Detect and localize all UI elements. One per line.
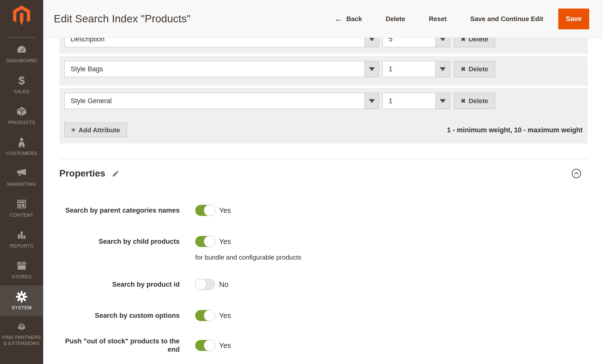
toggle-knob	[204, 236, 215, 247]
row-gap	[59, 54, 588, 56]
sidebar-item-dashboard[interactable]: DASHBOARD	[0, 38, 43, 69]
add-attribute-button[interactable]: + Add Attribute	[64, 123, 127, 137]
brick-icon	[16, 321, 27, 332]
weight-select-value: 1	[389, 93, 434, 109]
bar-chart-icon	[16, 229, 27, 241]
field-push-out-of-stock: Push "out of stock" products to the end …	[59, 337, 588, 354]
layout-icon	[16, 198, 27, 210]
edit-pencil-icon[interactable]	[112, 170, 120, 177]
dashboard-gauge-icon	[16, 44, 27, 55]
save-button[interactable]: Save	[558, 9, 589, 29]
magento-logo[interactable]	[0, 0, 43, 38]
storefront-icon	[16, 260, 27, 272]
delete-attribute-button[interactable]: ✖ Delete	[454, 93, 495, 109]
sidebar-item-label: CUSTOMERS	[6, 150, 37, 156]
toggle-knob	[204, 310, 215, 321]
sidebar-item-sales[interactable]: $ SALES	[0, 69, 43, 100]
admin-sidebar: DASHBOARD $ SALES PRODUCTS	[0, 0, 43, 364]
x-icon: ✖	[461, 98, 466, 104]
toggle-switch[interactable]	[195, 340, 215, 351]
weight-select[interactable]: 1	[382, 93, 450, 109]
weight-select-value: 1	[389, 61, 434, 77]
field-search-by-product-id: Search by product id No	[59, 279, 588, 290]
attribute-row: Description 5 ✖ Delete	[59, 38, 588, 54]
toggle-switch[interactable]	[195, 236, 215, 247]
back-arrow-icon: ←	[335, 16, 343, 22]
attribute-select-value: Description	[71, 38, 364, 47]
toggle-switch[interactable]	[195, 310, 215, 321]
toggle-value: Yes	[219, 237, 231, 246]
attribute-row: Style General 1 ✖ Delete + Add Attribute…	[59, 88, 588, 143]
toggle-knob	[204, 340, 215, 351]
toggle-switch[interactable]	[195, 205, 215, 216]
toggle-value: No	[219, 280, 228, 289]
chevron-down-icon[interactable]	[435, 61, 449, 77]
header-actions: ← Back Delete Reset Save and Continue Ed…	[335, 9, 589, 29]
sidebar-item-label: REPORTS	[10, 243, 33, 249]
properties-fields: Search by parent categories names Yes Se…	[59, 205, 588, 354]
sidebar-item-label: PRODUCTS	[8, 119, 35, 126]
delete-attribute-button[interactable]: ✖ Delete	[454, 38, 495, 47]
sidebar-item-label: SALES	[14, 89, 29, 95]
box-icon	[16, 106, 27, 117]
attribute-select-value: Style General	[71, 93, 364, 109]
sidebar-item-label: MARKETING	[7, 181, 36, 187]
sidebar-item-stores[interactable]: STORES	[0, 255, 43, 285]
delete-button[interactable]: Delete	[386, 15, 405, 23]
field-label: Search by custom options	[59, 312, 180, 320]
collapse-section-button[interactable]	[571, 168, 581, 178]
chevron-down-icon[interactable]	[365, 61, 379, 77]
weight-select[interactable]: 1	[382, 61, 450, 77]
chevron-down-icon[interactable]	[435, 38, 449, 47]
field-label: Search by child products	[59, 237, 180, 246]
sidebar-item-content[interactable]: CONTENT	[0, 193, 43, 224]
main-content: Description 5 ✖ Delete Style Bags	[43, 38, 603, 364]
page-title: Edit Search Index "Products"	[54, 13, 190, 25]
magento-admin-page: DASHBOARD $ SALES PRODUCTS	[0, 0, 603, 364]
sidebar-item-products[interactable]: PRODUCTS	[0, 100, 43, 131]
gear-icon	[16, 291, 27, 302]
sidebar-item-customers[interactable]: CUSTOMERS	[0, 131, 43, 162]
weight-select[interactable]: 5	[382, 38, 450, 47]
field-note: for bundle and configurable products	[195, 254, 588, 261]
toggle-knob	[204, 205, 215, 216]
field-search-by-parent-categories: Search by parent categories names Yes	[59, 205, 588, 216]
sidebar-item-reports[interactable]: REPORTS	[0, 224, 43, 255]
chevron-down-icon[interactable]	[435, 93, 449, 109]
attribute-select-value: Style Bags	[71, 61, 364, 77]
weight-range-note: 1 - minimum weight, 10 - maximum weight	[447, 126, 583, 134]
sidebar-item-find-partners[interactable]: FIND PARTNERS & EXTENSIONS	[0, 316, 43, 351]
chevron-down-icon[interactable]	[365, 38, 379, 47]
sidebar-item-label: SYSTEM	[12, 305, 31, 311]
attribute-select[interactable]: Style General	[64, 93, 379, 109]
sidebar-item-system[interactable]: SYSTEM	[0, 285, 43, 316]
sidebar-item-label: CONTENT	[10, 212, 33, 218]
properties-header: Properties	[59, 168, 588, 179]
weight-select-value: 5	[389, 38, 434, 47]
back-button[interactable]: ← Back	[335, 15, 362, 23]
reset-button[interactable]: Reset	[429, 15, 447, 23]
page-header: Edit Search Index "Products" ← Back Dele…	[43, 0, 603, 38]
toggle-knob	[195, 279, 207, 290]
megaphone-icon	[16, 167, 27, 179]
plus-icon: +	[71, 126, 76, 133]
magento-logo-icon	[13, 5, 30, 26]
section-divider	[59, 159, 587, 159]
attribute-select[interactable]: Style Bags	[64, 61, 379, 77]
dollar-icon: $	[18, 75, 25, 86]
field-label: Search by product id	[59, 280, 180, 289]
toggle-switch[interactable]	[195, 279, 215, 290]
field-label: Push "out of stock" products to the end	[59, 337, 180, 354]
save-and-continue-button[interactable]: Save and Continue Edit	[470, 15, 543, 23]
person-icon	[16, 137, 27, 148]
properties-title: Properties	[59, 168, 105, 179]
x-icon: ✖	[461, 38, 466, 42]
chevron-down-icon[interactable]	[365, 93, 379, 109]
toggle-value: Yes	[219, 312, 231, 320]
chevron-up-circle-icon	[571, 168, 581, 178]
toggle-value: Yes	[219, 206, 231, 215]
sidebar-item-marketing[interactable]: MARKETING	[0, 162, 43, 193]
row-gap	[59, 86, 588, 88]
delete-attribute-button[interactable]: ✖ Delete	[454, 61, 495, 77]
attribute-select[interactable]: Description	[64, 38, 379, 47]
